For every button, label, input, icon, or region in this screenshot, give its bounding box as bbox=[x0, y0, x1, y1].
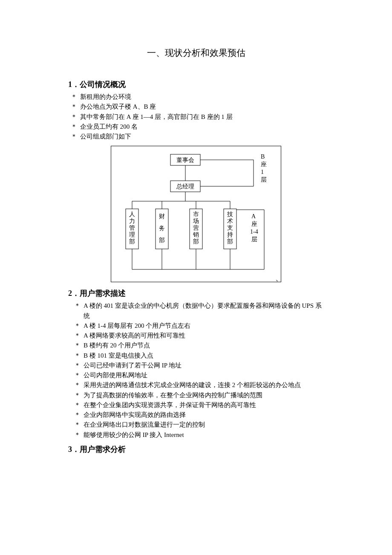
bullet-marker: ＊ bbox=[74, 331, 84, 341]
svg-text:财: 财 bbox=[159, 213, 165, 220]
svg-text:营: 营 bbox=[193, 225, 199, 231]
bullet-marker: ＊ bbox=[71, 112, 80, 122]
list-item: ＊在企业网络出口对数据流量进行一定的控制 bbox=[74, 420, 324, 430]
bullet-marker: ＊ bbox=[74, 321, 84, 331]
svg-text:部: 部 bbox=[159, 237, 165, 243]
svg-text:部: 部 bbox=[129, 238, 135, 245]
svg-text:持: 持 bbox=[227, 231, 233, 238]
list-item: ＊办公地点为双子楼 A、B 座 bbox=[71, 102, 324, 112]
bullet-marker: ＊ bbox=[74, 301, 84, 321]
bullet-marker: ＊ bbox=[74, 420, 84, 430]
bullet-marker: ＊ bbox=[74, 351, 84, 361]
list-item: ＊企业员工约有 200 名 bbox=[71, 122, 324, 132]
svg-text:力: 力 bbox=[129, 218, 135, 224]
svg-text:部: 部 bbox=[227, 238, 233, 245]
list-item: ＊采用先进的网络通信技术完成企业网络的建设，连接 2 个相距较远的办公地点 bbox=[74, 380, 324, 390]
list-item: ＊A 楼 1-4 层每层有 200 个用户节点左右 bbox=[74, 321, 324, 331]
section-1-bullets: ＊新租用的办公环境 ＊办公地点为双子楼 A、B 座 ＊其中常务部门在 A 座 1… bbox=[71, 92, 324, 142]
svg-text:层: 层 bbox=[251, 236, 257, 243]
svg-text:1: 1 bbox=[261, 169, 264, 175]
svg-text:销: 销 bbox=[193, 231, 199, 238]
bullet-marker: ＊ bbox=[71, 132, 80, 142]
list-item: ＊企业内部网络中实现高效的路由选择 bbox=[74, 410, 324, 420]
list-item: ＊B 楼 101 室是电信接入点 bbox=[74, 351, 324, 361]
bullet-marker: ＊ bbox=[74, 370, 84, 380]
list-item: ＊A 楼网络要求较高的可用性和可靠性 bbox=[74, 331, 324, 341]
bullet-marker: ＊ bbox=[71, 102, 80, 112]
svg-text:理: 理 bbox=[129, 231, 135, 238]
section-2-bullets: ＊A 楼的 401 室是该企业的中心机房（数据中心）要求配置服务器和网络设备的 … bbox=[74, 301, 324, 440]
list-item: ＊公司内部使用私网地址 bbox=[74, 370, 324, 380]
bullet-marker: ＊ bbox=[71, 92, 80, 102]
svg-text:座: 座 bbox=[261, 161, 267, 168]
bullet-marker: ＊ bbox=[74, 341, 84, 350]
bullet-marker: ＊ bbox=[74, 400, 84, 410]
list-item: ＊其中常务部门在 A 座 1—4 层，高官部门在 B 座的 1 层 bbox=[71, 112, 324, 122]
svg-text:技: 技 bbox=[227, 211, 233, 217]
list-item: ＊B 楼约有 20 个用户节点 bbox=[74, 341, 324, 350]
bullet-marker: ＊ bbox=[74, 390, 84, 400]
list-item: ＊新租用的办公环境 bbox=[71, 92, 324, 102]
svg-text:部: 部 bbox=[193, 238, 199, 245]
svg-text:场: 场 bbox=[193, 218, 199, 224]
list-item: ＊在整个企业集团内实现资源共享，并保证骨干网络的高可靠性 bbox=[74, 400, 324, 410]
svg-text:A: A bbox=[251, 213, 256, 220]
page-title: 一、现状分析和效果预估 bbox=[68, 47, 324, 59]
org-diagram: 董事会 总经理 B 座 1 层 bbox=[68, 146, 324, 282]
svg-text:1-4: 1-4 bbox=[250, 228, 258, 235]
mark-tick: 、 bbox=[275, 273, 283, 283]
list-item: ＊能够使用较少的公网 IP 接入 Internet bbox=[74, 430, 324, 440]
list-item: ＊A 楼的 401 室是该企业的中心机房（数据中心）要求配置服务器和网络设备的 … bbox=[74, 301, 324, 321]
section-3-heading: 3．用户需求分析 bbox=[68, 444, 324, 454]
bullet-marker: ＊ bbox=[71, 122, 80, 132]
list-item: ＊为了提高数据的传输效率，在整个企业网络内控制广播域的范围 bbox=[74, 390, 324, 400]
list-item: ＊公司已经申请到了若干公网 IP 地址 bbox=[74, 361, 324, 370]
section-2-heading: 2．用户需求描述 bbox=[68, 288, 324, 298]
diagram-node-board: 董事会 bbox=[176, 157, 194, 163]
document-page: 一、现状分析和效果预估 1．公司情况概况 ＊新租用的办公环境 ＊办公地点为双子楼… bbox=[0, 0, 392, 483]
list-item: ＊公司组成部门如下 bbox=[71, 132, 324, 142]
svg-text:管: 管 bbox=[129, 225, 135, 231]
bullet-marker: ＊ bbox=[74, 410, 84, 420]
svg-text:座: 座 bbox=[251, 221, 257, 227]
diagram-node-manager: 总经理 bbox=[176, 183, 194, 190]
bullet-marker: ＊ bbox=[74, 380, 84, 390]
bullet-marker: ＊ bbox=[74, 430, 84, 440]
svg-text:支: 支 bbox=[227, 225, 233, 231]
section-1-heading: 1．公司情况概况 bbox=[68, 79, 324, 90]
svg-text:人: 人 bbox=[129, 211, 135, 217]
svg-text:市: 市 bbox=[193, 211, 199, 217]
svg-text:术: 术 bbox=[227, 218, 233, 224]
bullet-marker: ＊ bbox=[74, 361, 84, 370]
svg-text:务: 务 bbox=[159, 225, 165, 231]
svg-text:层: 层 bbox=[261, 176, 267, 183]
diagram-label-b: B bbox=[261, 153, 265, 160]
